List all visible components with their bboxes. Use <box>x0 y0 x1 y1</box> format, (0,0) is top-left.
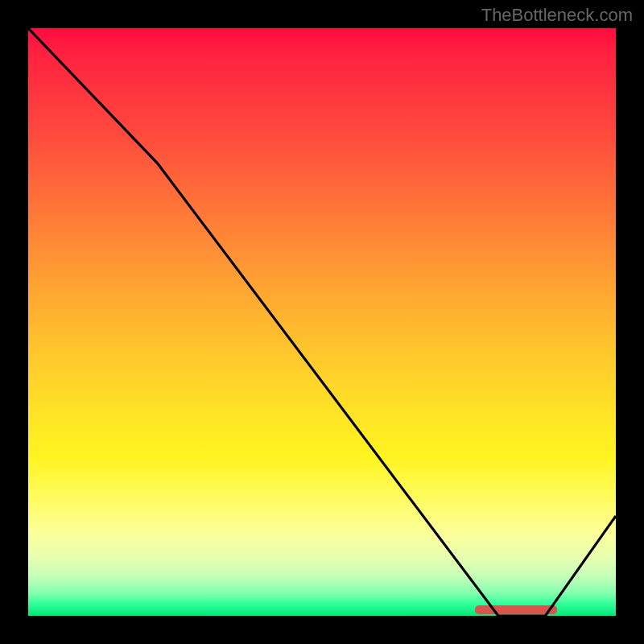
bottleneck-curve <box>28 28 616 616</box>
optimum-range-marker <box>475 605 557 614</box>
attribution-text: TheBottleneck.com <box>481 5 633 26</box>
chart-plot-area <box>28 28 616 616</box>
